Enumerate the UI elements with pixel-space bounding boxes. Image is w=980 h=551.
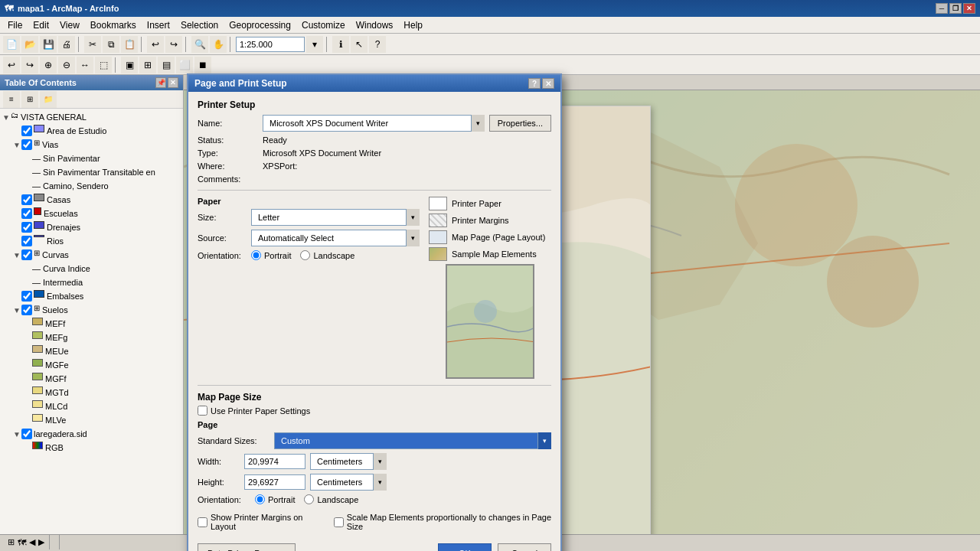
- bottom-options-row: Show Printer Margins on Layout Scale Map…: [198, 513, 551, 531]
- svg-point-11: [474, 300, 497, 323]
- ok-button[interactable]: OK: [438, 543, 492, 551]
- paper-header: Paper: [198, 197, 420, 206]
- portrait2-label: Portrait: [268, 495, 295, 504]
- printer-select[interactable]: Microsoft XPS Document Writer: [263, 115, 485, 132]
- sample-elements-box: [429, 247, 447, 261]
- printer-name-row: Name: Microsoft XPS Document Writer ▾ Pr…: [198, 115, 551, 132]
- portrait2-radio[interactable]: [255, 494, 265, 504]
- width-row: Width: 20,9974 Centimeters Inches ▾: [198, 453, 551, 470]
- landscape2-label: Landscape: [317, 495, 358, 504]
- printer-margins-label: Printer Margins: [452, 216, 509, 225]
- paper-size-select[interactable]: Letter A4 Custom: [251, 209, 420, 226]
- scale-map-option: Scale Map Elements proportionally to cha…: [334, 513, 551, 531]
- show-margins-option: Show Printer Margins on Layout: [198, 513, 320, 531]
- dialog-title-bar: Page and Print Setup ? ✕: [188, 75, 560, 92]
- comments-row: Comments:: [198, 174, 551, 184]
- standard-sizes-label: Standard Sizes:: [198, 436, 274, 445]
- name-label: Name:: [198, 119, 263, 128]
- cancel-button[interactable]: Cancel: [498, 543, 551, 551]
- where-label: Where:: [198, 161, 263, 171]
- width-unit-select[interactable]: Centimeters Inches: [310, 453, 387, 470]
- portrait-radio[interactable]: [251, 250, 261, 260]
- footer-right: OK Cancel: [438, 543, 551, 551]
- size-select-wrap: Letter A4 Custom ▾: [251, 209, 420, 226]
- dialog-close-btn[interactable]: ✕: [542, 78, 554, 89]
- use-printer-settings-checkbox[interactable]: [198, 406, 207, 416]
- sample-elements-label: Sample Map Elements: [452, 249, 537, 259]
- height-label: Height:: [198, 478, 240, 487]
- type-label: Type:: [198, 148, 263, 158]
- page-subsection-title: Page: [198, 420, 551, 429]
- landscape-label: Landscape: [313, 251, 354, 260]
- type-row: Type: Microsoft XPS Document Writer: [198, 148, 551, 158]
- landscape-radio[interactable]: [300, 250, 310, 260]
- comments-label: Comments:: [198, 174, 263, 184]
- right-column: Printer Paper Printer Margins Map Page (…: [429, 197, 551, 379]
- landscape2-radio[interactable]: [304, 494, 314, 504]
- map-page-box: [429, 230, 447, 244]
- width-unit-wrap: Centimeters Inches ▾: [310, 453, 387, 470]
- show-margins-label: Show Printer Margins on Layout: [211, 513, 320, 531]
- divider1: [198, 190, 551, 191]
- left-column: Paper Size: Letter A4 Custom ▾: [198, 197, 420, 379]
- landscape-option[interactable]: Landscape: [300, 250, 354, 260]
- dialog-footer: Data Driven Pages... OK Cancel: [188, 539, 560, 551]
- legend-sample-elements: Sample Map Elements: [429, 247, 551, 261]
- map-preview: [446, 264, 534, 379]
- dialog-title-text: Page and Print Setup: [194, 78, 287, 89]
- legend-map-page: Map Page (Page Layout): [429, 230, 551, 244]
- portrait-label: Portrait: [264, 251, 291, 260]
- size-label: Size:: [198, 213, 251, 222]
- two-col-layout: Paper Size: Letter A4 Custom ▾: [198, 197, 551, 379]
- printer-paper-box: [429, 197, 447, 210]
- page-print-setup-dialog: Page and Print Setup ? ✕ Printer Setup N…: [187, 73, 562, 551]
- map-page-size-title: Map Page Size: [198, 392, 551, 403]
- map-page-label: Map Page (Page Layout): [452, 233, 545, 242]
- dialog-overlay: Page and Print Setup ? ✕ Printer Setup N…: [0, 0, 980, 551]
- properties-button[interactable]: Properties...: [489, 115, 551, 132]
- use-printer-settings-label: Use Printer Paper Settings: [211, 406, 310, 416]
- scale-map-checkbox[interactable]: [334, 517, 344, 527]
- status-value: Ready: [263, 135, 287, 145]
- printer-paper-label: Printer Paper: [452, 199, 501, 208]
- use-printer-settings-row: Use Printer Paper Settings: [198, 406, 551, 416]
- divider2: [198, 385, 551, 386]
- scale-map-label: Scale Map Elements proportionally to cha…: [347, 513, 551, 531]
- source-label: Source:: [198, 233, 251, 243]
- paper-source-row: Source: Automatically Select ▾: [198, 230, 420, 246]
- portrait-option[interactable]: Portrait: [251, 250, 291, 260]
- landscape2-option[interactable]: Landscape: [304, 494, 358, 504]
- height-unit-select[interactable]: Centimeters Inches: [310, 474, 387, 491]
- dialog-title-controls[interactable]: ? ✕: [528, 78, 554, 89]
- status-label: Status:: [198, 135, 263, 145]
- show-margins-checkbox[interactable]: [198, 517, 207, 527]
- height-row: Height: 29,6927 Centimeters Inches ▾: [198, 474, 551, 491]
- status-row: Status: Ready: [198, 135, 551, 145]
- source-select[interactable]: Automatically Select: [251, 230, 420, 246]
- where-row: Where: XPSPort:: [198, 161, 551, 171]
- width-label: Width:: [198, 457, 240, 466]
- height-unit-wrap: Centimeters Inches ▾: [310, 474, 387, 491]
- orientation-row: Orientation: Portrait Landscape: [198, 250, 420, 260]
- type-value: Microsoft XPS Document Writer: [263, 148, 381, 158]
- legend-printer-margins: Printer Margins: [429, 214, 551, 227]
- source-select-wrap: Automatically Select ▾: [251, 230, 420, 246]
- standard-sizes-select[interactable]: Custom Letter A4: [274, 432, 551, 449]
- orientation2-row: Orientation: Portrait Landscape: [198, 494, 551, 504]
- data-driven-pages-button[interactable]: Data Driven Pages...: [198, 543, 296, 551]
- orientation-label: Orientation:: [198, 251, 251, 260]
- dialog-help-btn[interactable]: ?: [528, 78, 541, 89]
- orientation-radios: Portrait Landscape: [251, 250, 354, 260]
- map-preview-image: [447, 266, 533, 377]
- dialog-body: Printer Setup Name: Microsoft XPS Docume…: [188, 92, 560, 539]
- legend-printer-paper: Printer Paper: [429, 197, 551, 210]
- width-input[interactable]: 20,9974: [244, 454, 305, 469]
- height-input[interactable]: 29,6927: [244, 474, 305, 490]
- orientation2-label: Orientation:: [198, 495, 255, 504]
- printer-setup-header: Printer Setup: [198, 99, 551, 110]
- printer-select-wrap: Microsoft XPS Document Writer ▾: [263, 115, 485, 132]
- where-value: XPSPort:: [263, 161, 297, 171]
- portrait2-option[interactable]: Portrait: [255, 494, 295, 504]
- paper-size-row: Size: Letter A4 Custom ▾: [198, 209, 420, 226]
- page-size-layout: Standard Sizes: Custom Letter A4 ▾ Width…: [198, 432, 551, 508]
